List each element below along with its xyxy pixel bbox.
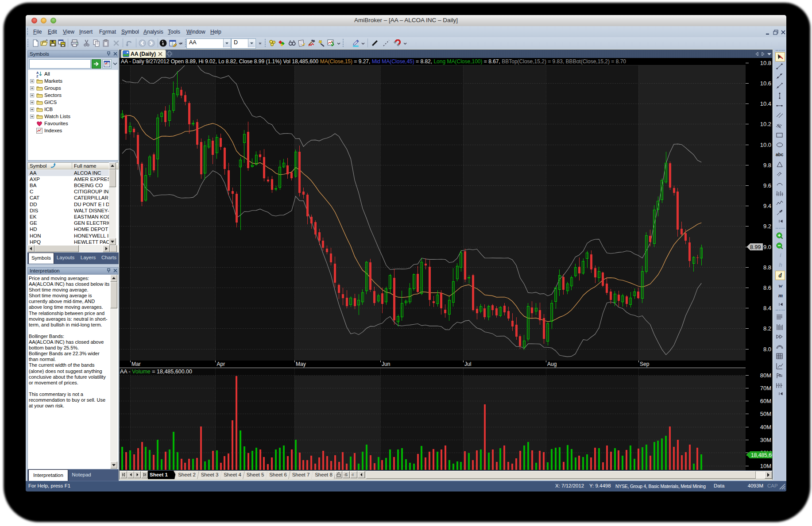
svg-text:-S: -S bbox=[344, 472, 348, 477]
svg-text:10.8: 10.8 bbox=[760, 60, 771, 66]
svg-text:8.8: 8.8 bbox=[763, 264, 771, 271]
svg-text:10.0: 10.0 bbox=[760, 142, 771, 148]
svg-text:18,485,60: 18,485,60 bbox=[751, 452, 772, 458]
svg-text:Apr: Apr bbox=[217, 361, 225, 367]
svg-text:80M: 80M bbox=[760, 372, 771, 379]
svg-text:9.6: 9.6 bbox=[763, 182, 771, 189]
svg-text:9.4: 9.4 bbox=[763, 203, 771, 209]
svg-text:Z: Z bbox=[36, 74, 39, 78]
svg-text:30M: 30M bbox=[760, 437, 771, 443]
svg-text:May: May bbox=[296, 361, 306, 367]
svg-text:10.4: 10.4 bbox=[760, 100, 771, 107]
svg-text:9.0: 9.0 bbox=[763, 244, 771, 250]
svg-text:-I: -I bbox=[351, 472, 354, 477]
svg-text:8.2: 8.2 bbox=[763, 325, 771, 332]
svg-text:Aug: Aug bbox=[547, 361, 557, 367]
svg-text:Mar: Mar bbox=[131, 361, 141, 367]
svg-text:8.99: 8.99 bbox=[750, 244, 761, 250]
svg-text:Sep: Sep bbox=[640, 361, 650, 367]
svg-text:8.6: 8.6 bbox=[763, 284, 771, 291]
svg-text:8.4: 8.4 bbox=[763, 305, 771, 311]
svg-text:8.0: 8.0 bbox=[763, 346, 771, 353]
svg-text:60M: 60M bbox=[760, 398, 771, 404]
svg-text:70M: 70M bbox=[760, 385, 771, 392]
svg-text:10M: 10M bbox=[760, 463, 771, 469]
svg-text:9.2: 9.2 bbox=[763, 223, 771, 230]
svg-text:10.6: 10.6 bbox=[760, 80, 771, 87]
svg-text:10.2: 10.2 bbox=[760, 121, 771, 127]
svg-text:40M: 40M bbox=[760, 424, 771, 430]
svg-text:abc: abc bbox=[776, 152, 784, 157]
svg-text:50M: 50M bbox=[760, 411, 771, 417]
svg-text:Jun: Jun bbox=[382, 361, 390, 367]
svg-text:9.8: 9.8 bbox=[763, 162, 771, 169]
svg-text:Jul: Jul bbox=[464, 361, 471, 367]
